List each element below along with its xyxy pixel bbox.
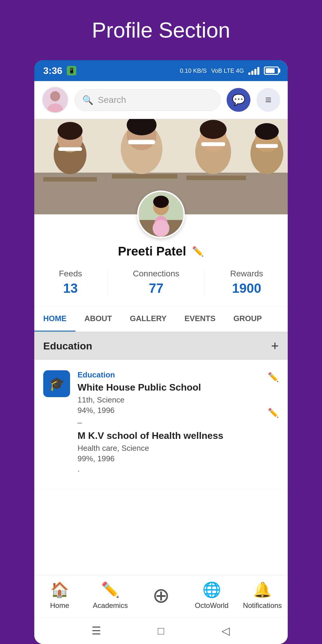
add-center-icon: ⊕	[152, 583, 170, 608]
svg-point-31	[153, 220, 169, 237]
app-header: 🔍 Search 💬 ≡	[34, 81, 288, 119]
network-type: VoB LTE 4G	[211, 67, 244, 74]
tab-home[interactable]: HOME	[34, 306, 75, 332]
nav-notifications-label: Notifications	[243, 601, 282, 610]
profile-name: Preeti Patel	[118, 244, 186, 258]
status-bar: 3:36 📱 0.10 KB/S VoB LTE 4G	[34, 60, 288, 81]
edu-category-1: Education	[78, 370, 260, 380]
android-back-icon: ◁	[222, 625, 230, 637]
connections-label: Connections	[133, 269, 179, 278]
message-icon: 💬	[232, 94, 245, 106]
stats-row: Feeds 13 Connections 77 Rewards 1900	[34, 258, 288, 306]
search-icon: 🔍	[82, 95, 93, 105]
nav-octoworld-label: OctoWorld	[195, 601, 229, 610]
hamburger-icon: ≡	[265, 94, 271, 106]
education-title: Education	[43, 340, 92, 352]
android-back-btn[interactable]: ◁	[217, 622, 235, 640]
android-nav-bar: ☰ □ ◁	[34, 617, 288, 644]
edu-edit-1[interactable]: ✏️	[268, 370, 279, 382]
android-home-icon: □	[158, 625, 164, 637]
svg-rect-20	[186, 176, 246, 180]
edu-detail-2a: Health care, Science	[78, 444, 260, 453]
svg-point-24	[255, 123, 279, 140]
connections-value: 77	[149, 281, 163, 296]
svg-rect-11	[128, 140, 155, 144]
svg-point-21	[58, 122, 83, 140]
android-menu-btn[interactable]: ☰	[87, 622, 105, 640]
bottom-navigation: 🏠 Home ✏️ Academics ⊕ 🌐 OctoWorld 🔔 Noti…	[34, 575, 288, 617]
tab-group[interactable]: GROUP	[225, 306, 271, 332]
status-bar-left: 3:36 📱	[43, 65, 76, 76]
android-menu-icon: ☰	[92, 625, 101, 637]
edu-detail-1a: 11th, Science	[78, 395, 260, 405]
nav-home-label: Home	[50, 601, 69, 610]
nav-academics-label: Academics	[93, 601, 128, 610]
nav-add-center[interactable]: ⊕	[136, 583, 186, 608]
stat-connections: Connections 77	[133, 269, 179, 296]
status-bar-right: 0.10 KB/S VoB LTE 4G	[180, 66, 279, 75]
svg-rect-18	[43, 177, 97, 182]
profile-edit-icon[interactable]: ✏️	[192, 246, 204, 257]
tab-events[interactable]: EVENTS	[176, 306, 225, 332]
rewards-label: Rewards	[230, 269, 263, 278]
feeds-value: 13	[63, 281, 78, 296]
home-icon: 🏠	[50, 581, 69, 598]
status-icon-box: 📱	[67, 66, 76, 75]
android-home-btn[interactable]: □	[152, 622, 170, 640]
profile-info: Preeti Patel ✏️ Feeds 13 Connections 77 …	[34, 214, 288, 489]
stat-feeds: Feeds 13	[59, 269, 82, 296]
octoworld-icon: 🌐	[202, 581, 221, 598]
signal-bars	[248, 66, 259, 75]
menu-button[interactable]: ≡	[256, 88, 280, 112]
edu-detail-2b: 99%, 1996	[78, 454, 260, 463]
profile-tabs: HOME ABOUT GALLERY EVENTS GROUP	[34, 306, 288, 332]
academics-icon: ✏️	[101, 581, 120, 598]
nav-home[interactable]: 🏠 Home	[34, 581, 85, 610]
tab-about[interactable]: ABOUT	[75, 306, 121, 332]
education-item-1: 🎓 Education White House Public School 11…	[34, 360, 288, 489]
education-content-1: Education White House Public School 11th…	[78, 370, 260, 479]
message-button[interactable]: 💬	[227, 88, 250, 112]
svg-point-30	[153, 196, 169, 208]
profile-avatar[interactable]	[137, 191, 185, 238]
tab-gallery[interactable]: GALLERY	[121, 306, 175, 332]
phone-container: 3:36 📱 0.10 KB/S VoB LTE 4G	[34, 60, 288, 644]
nav-notifications[interactable]: 🔔 Notifications	[237, 581, 288, 610]
search-bar[interactable]: 🔍 Search	[75, 89, 221, 111]
svg-rect-14	[201, 142, 225, 146]
page-title: Profile Section	[92, 18, 230, 42]
stat-rewards: Rewards 1900	[230, 269, 263, 296]
svg-rect-17	[256, 144, 278, 148]
rewards-value: 1900	[232, 281, 261, 296]
svg-point-23	[200, 120, 227, 139]
edu-school-2: M K.V school of Health wellness	[78, 430, 260, 441]
notifications-icon: 🔔	[253, 581, 272, 598]
nav-academics[interactable]: ✏️ Academics	[85, 581, 136, 610]
nav-octoworld[interactable]: 🌐 OctoWorld	[186, 581, 237, 610]
feeds-label: Feeds	[59, 269, 82, 278]
edu-school-1: White House Public School	[78, 382, 260, 393]
header-avatar[interactable]	[42, 86, 69, 113]
edu-detail-1b: 94%, 1996	[78, 406, 260, 415]
education-section-header: Education +	[34, 332, 288, 360]
edu-edit-2[interactable]: ✏️	[268, 406, 279, 418]
network-speed: 0.10 KB/S	[180, 67, 207, 74]
profile-name-row: Preeti Patel ✏️	[118, 244, 204, 258]
svg-rect-19	[112, 174, 177, 179]
status-time: 3:36	[43, 65, 62, 76]
search-label: Search	[98, 95, 126, 105]
education-add-button[interactable]: +	[271, 339, 279, 352]
battery-icon	[264, 66, 279, 75]
education-icon-1: 🎓	[43, 370, 70, 397]
svg-point-1	[50, 91, 60, 101]
svg-rect-8	[58, 147, 82, 151]
